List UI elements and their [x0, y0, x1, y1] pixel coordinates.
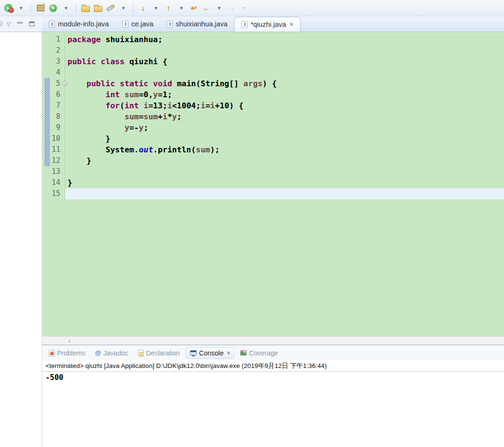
toolbar-separator [31, 3, 31, 13]
editor-tab-module-info-java[interactable]: Jmodule-info.java [42, 16, 115, 32]
previous-annotation-dropdown[interactable]: ▼ [176, 2, 187, 14]
collapsed-explorer-panel[interactable] [0, 32, 42, 447]
back-dropdown[interactable]: ▼ [214, 2, 224, 14]
next-annotation-button[interactable]: ↓ [138, 2, 148, 14]
tab-label: ce.java [131, 20, 153, 28]
code-line-13[interactable] [65, 166, 504, 177]
editor-tabs: Jmodule-info.javaJce.javaJshuixianhua.ja… [42, 16, 301, 32]
declaration-icon [138, 350, 144, 356]
new-java-package-button[interactable] [35, 2, 46, 14]
code-line-14[interactable]: } [65, 177, 504, 188]
code-line-8[interactable]: sum=sum+i*y; [65, 111, 504, 122]
search-dropdown[interactable]: ▼ [118, 2, 129, 14]
line-number[interactable]: 2 [42, 45, 65, 56]
run-dropdown[interactable]: ▼ [16, 2, 26, 14]
bottom-tab-coverage[interactable]: Coverage [236, 348, 282, 358]
java-code-editor[interactable]: 123456789101112131415 package shuixianhu… [42, 32, 504, 336]
bottom-tab-javadoc[interactable]: @Javadoc [91, 348, 132, 358]
tab-label: shuixianhua.java [176, 20, 227, 28]
coverage-icon [240, 350, 246, 355]
code-line-10[interactable]: } [65, 133, 504, 144]
tab-label: module-info.java [58, 20, 109, 28]
line-number[interactable]: 15 [42, 188, 65, 199]
bottom-tab-console[interactable]: Console× [186, 347, 235, 359]
flashlight-icon [106, 4, 115, 11]
forward-dropdown[interactable]: ▼ [239, 2, 250, 14]
problems-icon [49, 350, 55, 356]
run-icon: ▶ [4, 4, 12, 12]
folder-icon [81, 6, 90, 12]
tab-label: Console [199, 349, 224, 357]
tab-close-icon[interactable]: × [290, 21, 293, 28]
line-number[interactable]: 3 [42, 56, 65, 67]
code-line-11[interactable]: System.out.println(sum); [65, 144, 504, 155]
java-file-icon: J [122, 21, 128, 28]
bottom-view-tabs: Problems@JavadocDeclarationConsole×Cover… [42, 345, 504, 360]
last-edit-location-button[interactable]: ↩ [189, 2, 199, 14]
tab-label: *qiuzhi.java [250, 21, 286, 28]
code-line-12[interactable]: } [65, 155, 504, 166]
code-line-15[interactable] [65, 188, 504, 199]
minimized-view-toolbar: ▽ [0, 16, 42, 32]
coverage-launch-icon: ↻ [49, 4, 57, 12]
java-file-icon: J [49, 21, 55, 28]
editor-tab-shuixianhua-java[interactable]: Jshuixianhua.java [160, 16, 234, 32]
tab-label: Declaration [146, 349, 180, 357]
run-button[interactable]: ▶ [3, 2, 13, 14]
scroll-left-icon[interactable]: ‹ [68, 337, 70, 345]
line-number-gutter[interactable]: 123456789101112131415 [42, 34, 65, 199]
line-number[interactable]: 12 [42, 155, 65, 166]
horizontal-scrollbar[interactable]: ‹ [42, 336, 504, 344]
coverage-dropdown[interactable]: ▼ [61, 2, 71, 14]
line-number[interactable]: 9 [42, 122, 65, 133]
code-line-3[interactable]: public class qiuzhi { [65, 56, 504, 67]
open-folder-button[interactable] [80, 2, 91, 14]
next-annotation-dropdown[interactable]: ▼ [151, 2, 161, 14]
line-number[interactable]: 6 [42, 89, 65, 100]
console-panel: Problems@JavadocDeclarationConsole×Cover… [42, 344, 504, 447]
line-number[interactable]: 14 [42, 177, 65, 188]
bottom-tab-declaration[interactable]: Declaration [134, 348, 184, 358]
bottom-tab-problems[interactable]: Problems [45, 348, 89, 358]
view-menu-icon[interactable]: ▽ [7, 21, 11, 27]
code-line-9[interactable]: y=-y; [65, 122, 504, 133]
tab-label: Javadoc [103, 349, 128, 357]
previous-annotation-button[interactable]: ↑ [163, 2, 174, 14]
editor-tab-bar: ▽ Jmodule-info.javaJce.javaJshuixianhua.… [0, 16, 504, 32]
view-icon [0, 21, 3, 27]
main-toolbar: ▶ ▼ ↻ ▼ ▼ ↓ ▼ ↑ ▼ ↩ ← ▼ → ▼ [0, 0, 504, 16]
folder-open-icon [94, 6, 102, 12]
search-button[interactable] [105, 2, 116, 14]
java-file-icon: J [167, 21, 173, 28]
code-line-7[interactable]: for(int i=13;i<1004;i=i+10) { [65, 100, 504, 111]
console-output[interactable]: -500 [42, 372, 504, 382]
line-number[interactable]: 7 [42, 100, 65, 111]
editor-tab-ce-java[interactable]: Jce.java [115, 16, 160, 32]
line-number[interactable]: 13 [42, 166, 65, 177]
line-number[interactable]: 4 [42, 67, 65, 78]
code-line-1[interactable]: package shuixianhua; [65, 34, 504, 45]
console-process-title: <terminated> qiuzhi [Java Application] D… [42, 360, 504, 372]
code-text-area[interactable]: package shuixianhua;public class qiuzhi … [65, 34, 504, 199]
open-folder-alt-button[interactable] [93, 2, 103, 14]
tab-label: Coverage [249, 349, 278, 357]
forward-button[interactable]: → [226, 2, 237, 14]
tab-close-icon[interactable]: × [227, 350, 230, 356]
code-line-4[interactable] [65, 67, 504, 78]
coverage-button[interactable]: ↻ [48, 2, 58, 14]
line-number[interactable]: 8 [42, 111, 65, 122]
back-button[interactable]: ← [201, 2, 212, 14]
line-number[interactable]: 5 [42, 78, 65, 89]
line-number[interactable]: 11 [42, 144, 65, 155]
line-number[interactable]: 10 [42, 133, 65, 144]
line-number[interactable]: 1 [42, 34, 65, 45]
package-icon [37, 5, 45, 11]
minimize-icon[interactable] [17, 22, 22, 23]
code-line-6[interactable]: int sum=0,y=1; [65, 89, 504, 100]
code-line-5[interactable]: public static void main(String[] args) { [65, 78, 504, 89]
editor-tab--qiuzhi-java[interactable]: J*qiuzhi.java× [234, 17, 300, 32]
java-file-icon: J [241, 21, 247, 28]
console-icon [190, 350, 197, 355]
code-line-2[interactable] [65, 45, 504, 56]
maximize-icon[interactable] [29, 22, 34, 26]
